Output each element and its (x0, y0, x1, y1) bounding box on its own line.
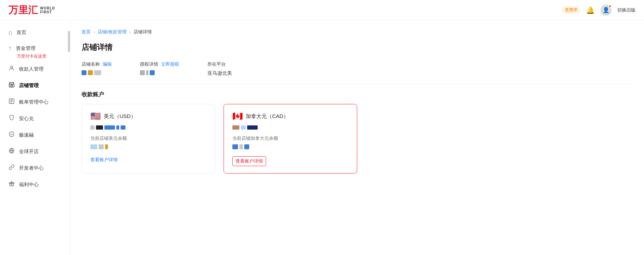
breadcrumb-current: 店铺详情 (134, 29, 152, 35)
sidebar: ⌂ 首页 ↑ 资金管理 万里付卡在这里 收款人管理 (0, 20, 70, 255)
cad-balance-label: 当前店铺加拿大元余额 (232, 135, 348, 142)
switch-version-button[interactable]: 切换旧版 (617, 7, 636, 13)
breadcrumb: 首页 › 店铺/收款管理 › 店铺详情 (82, 29, 633, 35)
sidebar-item-fast[interactable]: 极速融 (0, 127, 70, 143)
content-area: 首页 › 店铺/收款管理 › 店铺详情 店铺详情 店铺名称 编辑 (70, 20, 644, 255)
cad-bal-pixel-3 (244, 144, 249, 149)
pixel-1 (82, 70, 86, 75)
cad-account-number (232, 125, 348, 130)
usd-pixel-2 (96, 125, 103, 130)
fast-icon (8, 131, 15, 139)
usd-balance-row (90, 144, 206, 149)
platform-value: 亚马逊北美 (207, 70, 232, 77)
store-name-edit-link[interactable]: 编辑 (103, 61, 112, 67)
pixel-2 (88, 70, 93, 75)
header-right: 查费率 🔔 👤 切换旧版 (562, 5, 636, 16)
cad-view-detail-link[interactable]: 查看账户详情 (232, 156, 266, 166)
avatar[interactable]: 👤 (600, 5, 612, 16)
account-card-cad: 🇨🇦 加拿大元（CAD） 当前店铺加拿大元余额 查看账户详情 (224, 104, 357, 174)
fund-sub-text: 万里付卡在这里 (0, 53, 70, 59)
global-icon (8, 148, 15, 156)
svg-point-0 (11, 66, 13, 68)
logo-cn: 万里汇 (8, 4, 38, 17)
store-name-value (82, 70, 112, 75)
rate-badge[interactable]: 查费率 (562, 6, 580, 14)
cad-bal-pixel-2 (239, 144, 243, 149)
cad-pixel-3 (247, 125, 258, 130)
breadcrumb-home[interactable]: 首页 (82, 29, 91, 35)
auth-label: 授权详情 立即授权 (140, 61, 179, 67)
sidebar-item-bill[interactable]: 账单管理中心 (0, 94, 70, 110)
usd-pixel-4 (116, 125, 119, 130)
cad-pixel-2 (241, 125, 246, 130)
dev-icon (8, 164, 15, 172)
usd-view-detail-link[interactable]: 查看账户详情 (90, 157, 118, 163)
usd-account-number (90, 125, 206, 130)
store-name-label: 店铺名称 编辑 (82, 61, 112, 67)
header: 万里汇 WORLD FIRST 查费率 🔔 👤 切换旧版 (0, 0, 644, 20)
store-icon (8, 81, 15, 90)
cad-currency-header: 🇨🇦 加拿大元（CAD） (232, 111, 348, 121)
divider (82, 84, 633, 84)
cad-currency-name: 加拿大元（CAD） (246, 113, 289, 120)
account-card-usd: 🇺🇸 美元（USD） 当前店铺美元余额 (82, 104, 215, 174)
logo: 万里汇 WORLD FIRST (8, 4, 55, 17)
pixel-5 (146, 70, 148, 75)
bell-icon[interactable]: 🔔 (586, 6, 595, 14)
auth-link[interactable]: 立即授权 (161, 61, 179, 67)
auth-group: 授权详情 立即授权 (140, 61, 179, 77)
store-name-group: 店铺名称 编辑 (82, 61, 112, 77)
pixel-6 (150, 70, 155, 75)
sidebar-item-welfare[interactable]: 福利中心 (0, 176, 70, 193)
sidebar-item-dev[interactable]: 开发者中心 (0, 160, 70, 176)
sidebar-item-payee[interactable]: 收款人管理 (0, 61, 70, 77)
usd-currency-header: 🇺🇸 美元（USD） (90, 111, 206, 121)
usd-balance-label: 当前店铺美元余额 (90, 135, 206, 142)
breadcrumb-sep-1: › (94, 30, 95, 35)
sidebar-item-home[interactable]: ⌂ 首页 (0, 25, 70, 40)
safety-icon (8, 115, 15, 123)
page-title: 店铺详情 (82, 42, 633, 53)
pixel-3 (94, 70, 101, 75)
cad-bal-pixel-1 (232, 144, 238, 149)
platform-group: 所在平台 亚马逊北美 (207, 61, 232, 77)
welfare-icon (8, 181, 15, 189)
main-layout: ⌂ 首页 ↑ 资金管理 万里付卡在这里 收款人管理 (0, 20, 644, 255)
usd-currency-name: 美元（USD） (104, 113, 136, 120)
logo-en: WORLD FIRST (40, 6, 55, 14)
usd-flag-icon: 🇺🇸 (90, 111, 101, 121)
scrollbar-thumb[interactable] (68, 31, 70, 52)
usd-pixel-3 (104, 125, 115, 130)
accounts-section-title: 收款账户 (82, 91, 633, 98)
usd-pixel-5 (121, 125, 125, 130)
pixel-4 (140, 70, 145, 75)
cad-pixel-1 (232, 125, 239, 130)
cad-flag-icon: 🇨🇦 (232, 111, 243, 121)
breadcrumb-store-manage[interactable]: 店铺/收款管理 (98, 29, 127, 35)
usd-pixel-1 (90, 125, 95, 130)
sidebar-item-safety[interactable]: 安心兑 (0, 110, 70, 127)
bill-icon (8, 98, 15, 106)
scrollbar-track (68, 20, 70, 255)
accounts-grid: 🇺🇸 美元（USD） 当前店铺美元余额 (82, 104, 633, 174)
sidebar-item-global[interactable]: 全球开店 (0, 143, 70, 160)
payee-icon (8, 65, 15, 73)
usd-bal-pixel-1 (90, 144, 97, 149)
cad-balance-row (232, 144, 348, 149)
sidebar-item-store[interactable]: 店铺管理 (0, 77, 70, 94)
svg-rect-1 (9, 84, 14, 87)
store-info-section: 店铺名称 编辑 授权详情 立即授权 (82, 61, 633, 77)
auth-value (140, 70, 179, 75)
usd-bal-pixel-2 (99, 144, 104, 149)
platform-label: 所在平台 (207, 61, 232, 67)
fund-icon: ↑ (8, 45, 12, 52)
usd-bal-pixel-3 (105, 144, 108, 149)
home-icon: ⌂ (8, 29, 12, 36)
breadcrumb-sep-2: › (129, 30, 131, 35)
avatar-dot (608, 5, 612, 8)
